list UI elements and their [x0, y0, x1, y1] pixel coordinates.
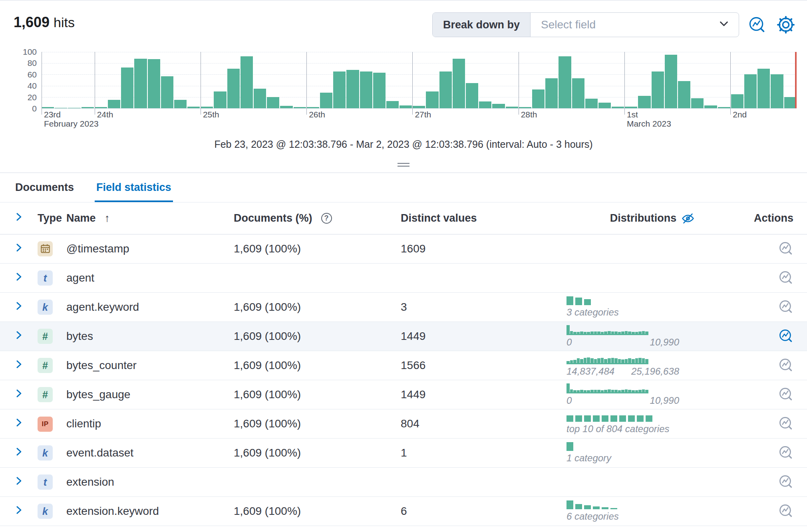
mini-histogram-bar — [580, 332, 583, 334]
histogram-bar[interactable] — [81, 107, 94, 108]
histogram-bar[interactable] — [652, 71, 664, 108]
histogram-bar[interactable] — [68, 108, 80, 108]
histogram-bars — [42, 52, 797, 108]
histogram-bar[interactable] — [360, 71, 372, 108]
expand-row-button[interactable] — [14, 301, 24, 312]
expand-row-button[interactable] — [14, 330, 24, 341]
expand-all-button[interactable] — [14, 212, 24, 223]
distribution-range-labels: 010,990 — [566, 337, 679, 348]
distinct-values: 1609 — [401, 242, 566, 255]
histogram-bar[interactable] — [492, 104, 505, 108]
histogram-bar[interactable] — [532, 89, 545, 108]
hits-count: 1,609 — [14, 14, 50, 30]
visualize-field-button[interactable] — [778, 503, 793, 520]
histogram-bar[interactable] — [55, 108, 67, 108]
expand-row-button[interactable] — [14, 272, 24, 283]
histogram-bar[interactable] — [254, 89, 266, 108]
histogram-bar[interactable] — [704, 105, 717, 108]
expand-row-button[interactable] — [14, 359, 24, 370]
histogram-bar[interactable] — [466, 83, 478, 108]
histogram-bar[interactable] — [731, 94, 743, 108]
tab-field-statistics[interactable]: Field statistics — [95, 173, 173, 202]
expand-row-button[interactable] — [14, 417, 24, 429]
eye-slash-icon[interactable] — [681, 212, 695, 225]
histogram-bar[interactable] — [479, 101, 491, 108]
visualize-field-button[interactable] — [778, 415, 793, 432]
category-mini-chart — [566, 442, 738, 451]
histogram-bar[interactable] — [161, 76, 173, 108]
visualize-field-button[interactable] — [778, 270, 793, 286]
histogram-bar[interactable] — [545, 78, 558, 108]
visualize-field-button[interactable] — [778, 299, 793, 316]
expand-row-button[interactable] — [14, 476, 24, 487]
histogram-bar[interactable] — [95, 107, 107, 108]
histogram-bar[interactable] — [612, 107, 624, 108]
histogram-bar[interactable] — [744, 74, 757, 108]
histogram-bar[interactable] — [307, 107, 319, 108]
histogram-bar[interactable] — [413, 106, 425, 108]
histogram-bar[interactable] — [572, 78, 584, 108]
visualize-field-button[interactable] — [778, 386, 793, 403]
expand-row-button[interactable] — [14, 447, 24, 458]
visualize-field-button[interactable] — [778, 328, 793, 345]
tab-documents[interactable]: Documents — [14, 173, 76, 202]
histogram-bar[interactable] — [665, 55, 677, 108]
visualize-field-button[interactable] — [778, 240, 793, 257]
histogram-bar[interactable] — [678, 81, 690, 108]
histogram-bar[interactable] — [585, 99, 598, 108]
histogram-bar[interactable] — [426, 91, 438, 108]
histogram-bar[interactable] — [320, 93, 332, 108]
distribution-cell: 010,990 — [566, 325, 738, 348]
histogram-bar[interactable] — [134, 59, 147, 108]
histogram-bar[interactable] — [294, 107, 306, 108]
histogram-bar[interactable] — [638, 96, 650, 108]
histogram-bar[interactable] — [373, 73, 386, 108]
histogram-bar[interactable] — [333, 71, 346, 108]
histogram-bar[interactable] — [201, 107, 213, 108]
chart-options-icon[interactable] — [748, 16, 766, 34]
breakdown-field-select[interactable]: Select field — [531, 13, 739, 37]
resize-handle[interactable] — [398, 161, 409, 167]
histogram-bar[interactable] — [718, 107, 730, 108]
histogram-bar[interactable] — [241, 56, 253, 108]
histogram-bar[interactable] — [625, 107, 637, 108]
histogram-bar[interactable] — [784, 97, 797, 108]
histogram-bar[interactable] — [439, 71, 452, 108]
histogram-bar[interactable] — [598, 103, 611, 108]
histogram-bar[interactable] — [519, 107, 531, 108]
histogram-bar[interactable] — [174, 100, 187, 108]
help-icon[interactable]: ? — [321, 213, 332, 224]
histogram-bar[interactable] — [121, 67, 133, 108]
histogram-bar[interactable] — [280, 106, 292, 108]
histogram-bar[interactable] — [108, 100, 120, 108]
table-row: k event.dataset 1,609 (100%) 1 1 categor… — [0, 439, 807, 468]
histogram-bar[interactable] — [453, 59, 465, 108]
visualize-field-button[interactable] — [778, 474, 793, 490]
visualize-field-button[interactable] — [778, 445, 793, 461]
histogram-bar[interactable] — [346, 70, 359, 108]
histogram-bar[interactable] — [227, 69, 240, 108]
histogram-bar[interactable] — [757, 69, 770, 108]
histogram-bar[interactable] — [386, 101, 399, 108]
table-row: @timestamp 1,609 (100%) 1609 — [0, 234, 807, 264]
histogram-bar[interactable] — [148, 59, 160, 108]
mini-histogram-bar — [614, 332, 618, 334]
expand-row-button[interactable] — [14, 505, 24, 516]
histogram-mini-chart — [566, 383, 648, 393]
histogram-bar[interactable] — [187, 107, 200, 108]
gear-icon[interactable] — [777, 16, 795, 34]
histogram-bar[interactable] — [771, 74, 783, 108]
visualize-field-button[interactable] — [778, 357, 793, 374]
histogram-bar[interactable] — [691, 98, 704, 108]
header-name[interactable]: Name ↑ — [66, 212, 234, 224]
histogram-bar[interactable] — [559, 56, 571, 108]
histogram-bar[interactable] — [267, 97, 279, 108]
histogram-bar[interactable] — [506, 107, 518, 108]
expand-row-button[interactable] — [14, 388, 24, 399]
histogram-bar[interactable] — [400, 105, 412, 108]
range-max-label: 10,990 — [650, 395, 679, 406]
histogram-bar[interactable] — [42, 107, 54, 108]
mini-histogram-bar — [601, 332, 604, 334]
histogram-bar[interactable] — [214, 91, 226, 108]
expand-row-button[interactable] — [14, 242, 24, 254]
